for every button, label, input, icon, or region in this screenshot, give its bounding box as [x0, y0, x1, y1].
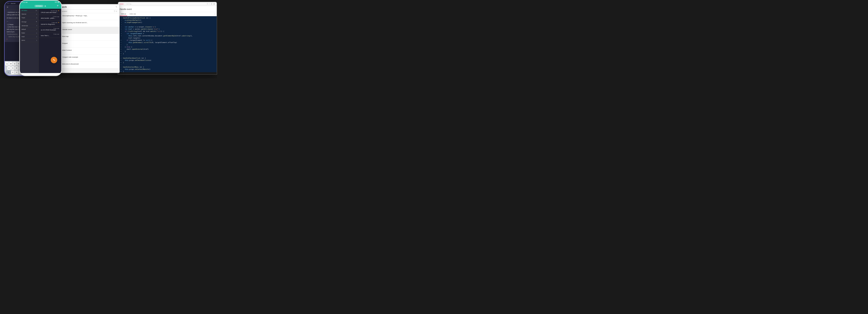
phone2-storage-item[interactable]: Storage + — [20, 20, 38, 24]
tablet-filter-label: Updated — [61, 10, 67, 12]
phone2-all-notes-item[interactable]: All Notes 11 — [20, 9, 38, 12]
note1-title: CRUD build with React ... — [41, 11, 59, 13]
phone2-demo-item[interactable]: demo 1 — [20, 38, 38, 42]
tab-index-styl[interactable]: index.styl — [128, 12, 137, 16]
phone2-notes-list: All Notes 11 Starred 0 Trash 3 Storage +… — [20, 9, 38, 73]
key-s[interactable]: S — [11, 66, 14, 70]
laptop-note-title: Handle event — [120, 8, 132, 10]
phone2-battery: 50% ▮ — [55, 1, 59, 3]
javascript-label: Javascript — [22, 25, 28, 26]
star-icon: ★ — [58, 10, 59, 11]
note2-time: 3m — [59, 24, 117, 25]
phone2-trash-item[interactable]: Trash 3 — [20, 16, 38, 20]
code-line-18: 18 handleCheckboxClick (e) { — [118, 57, 217, 59]
note7-time: 23m — [59, 58, 117, 60]
note4-title: New:zap: — [62, 35, 69, 37]
tablet-note-1[interactable]: </> Description(md) + React.js) + Styl..… — [57, 13, 119, 20]
phone2-search-icon[interactable]: 🔍 — [57, 5, 59, 7]
tablet-note-4[interactable]: ⚡ New:zap: 10m — [57, 34, 119, 41]
react-count: 1 — [36, 36, 37, 37]
note5-time: 3 days ago — [53, 33, 59, 35]
phone2-toggle-icon[interactable]: ⊙ — [44, 5, 46, 7]
laptop-breadcrumb-folder[interactable]: folder — [120, 3, 124, 5]
pencil-fab-icon: ✎ — [53, 58, 55, 62]
key-q[interactable]: Q — [5, 62, 9, 66]
tablet-note-7[interactable]: </> Snippet note example 23m — [57, 55, 119, 61]
trash-label: Trash — [22, 17, 25, 19]
laptop-toolbar: ℹ ☆ ⊞ 🗑 — [207, 3, 215, 5]
phone2-folder-item[interactable]: folder 1 — [20, 31, 38, 35]
note3-time: 3m — [59, 31, 117, 32]
list-icon[interactable]: ☰ — [114, 10, 115, 12]
note5-time: 11m — [59, 44, 117, 46]
tablet-filter-icons: ☰ ⊟ — [114, 10, 117, 12]
code-line-19: 19 this.props.onCheckboxClick(e) — [118, 59, 217, 62]
key-e[interactable]: E — [13, 62, 17, 66]
phone2-note-3[interactable]: 1 days ago★ tutorial for Beginners — [39, 21, 61, 27]
trash-toolbar-icon[interactable]: 🗑 — [213, 3, 215, 5]
tablet-note-8[interactable]: 📄 Welcome to Boostnote! ... — [57, 61, 119, 68]
phone2-default-item[interactable]: default 1 — [20, 28, 38, 31]
key-shift[interactable]: ⇧ — [6, 70, 11, 74]
default-count: 1 — [36, 29, 37, 30]
phone1-close-icon[interactable]: ✕ — [7, 6, 8, 8]
code-line-17: 17 — [118, 55, 217, 57]
phone2-starred-item[interactable]: Starred 0 — [20, 12, 38, 16]
note3-title: tutorial for Beginners — [41, 23, 59, 25]
trash-count: 3 — [36, 17, 37, 19]
folder-label: folder — [22, 32, 25, 34]
key-z[interactable]: Z — [11, 70, 14, 74]
code-line-6: 6 let href = anchor.getAttribute('href') — [118, 28, 217, 30]
phone2: 9:41 AM 50% ▮ ⋯ All Notes ⊙ 🔍 All Notes … — [19, 0, 62, 76]
star-toolbar-icon[interactable]: ☆ — [208, 3, 210, 5]
grid-icon[interactable]: ⊟ — [116, 10, 117, 12]
info-icon[interactable]: ℹ — [207, 3, 208, 5]
demo-count: 1 — [36, 40, 37, 41]
note6-time: 11m — [59, 52, 117, 53]
tablet-note-3[interactable]: </> Handle event 3m — [57, 27, 119, 34]
note3-time: 1 days ago — [52, 22, 57, 23]
key-a[interactable]: A — [7, 66, 11, 70]
tablet-note-6[interactable]: 📄 Intial Content 11m — [57, 48, 119, 55]
javascript-count: 4 — [36, 25, 37, 26]
phone2-more-icon[interactable]: ⋯ — [22, 5, 24, 7]
phone2-note-4[interactable]: 3 days ago ue JS CRUD Example. — [39, 27, 61, 32]
note8-time: ... — [59, 65, 117, 66]
folder-count: 1 — [36, 32, 37, 34]
star-icon-3: ★ — [58, 22, 59, 23]
code-line-22: 22 handleContextMenu (e) { — [118, 66, 217, 68]
phone2-time: 9:41 AM — [22, 2, 28, 3]
code-line-7: 7 if (!isString(href) && href.match(/^\/… — [118, 30, 217, 33]
phone2-notes-column: An hour ago★ CRUD build with React ... 2… — [38, 9, 61, 73]
phone2-react-item[interactable]: react 1 — [20, 35, 38, 38]
laptop-code-editor[interactable]: 1 handlePreviewAnchorClick (e) { 2 e.pre… — [118, 16, 217, 72]
tab-add-icon[interactable]: + — [214, 13, 215, 15]
code-line-16: 16 } — [118, 53, 217, 55]
phone2-javascript-item[interactable]: Javascript 4 — [20, 24, 38, 28]
tablet: Search ✎ ↓ Updated ☰ ⊟ </> Description(m… — [57, 4, 120, 73]
phone2-fab-button[interactable]: ✎ — [51, 57, 57, 63]
phone2-note-1[interactable]: An hour ago★ CRUD build with React ... — [39, 9, 61, 15]
note1-time: 2m — [59, 17, 117, 18]
phone2-note-5[interactable]: 3 days ago here Title h... — [39, 32, 61, 38]
key-w[interactable]: W — [9, 62, 12, 66]
code-line-24: 24 } — [118, 71, 217, 72]
laptop: folder / Add tag... ℹ ☆ ⊞ 🗑 Handle event… — [118, 2, 217, 75]
key-x[interactable]: X — [15, 70, 19, 74]
storage-add-icon[interactable]: + — [36, 21, 37, 23]
laptop-add-tag[interactable]: Add tag... — [126, 3, 132, 5]
react-label: react — [22, 36, 25, 37]
key-d[interactable]: D — [15, 66, 19, 70]
tablet-edit-icon[interactable]: ✎ — [116, 6, 117, 8]
tablet-note-5[interactable]: 📋 Snippet 11m — [57, 41, 119, 48]
tablet-note-2[interactable]: 📄 Open sourcing our Android and iO... 3m — [57, 20, 119, 27]
code-line-2: 2 e.preventDefault() — [118, 19, 217, 22]
note4-time: 10m — [59, 38, 117, 39]
phone2-note-2[interactable]: 2 hours ago ative bundle --platfo... — [39, 15, 61, 21]
starred-count: 0 — [36, 13, 37, 15]
code-line-15: 15 } — [118, 51, 217, 53]
columns-icon[interactable]: ⊞ — [211, 3, 212, 5]
tab-index-js[interactable]: index.js — [120, 12, 127, 16]
code-line-11: 11 this.getWindow().scrollTo(0, targetEl… — [118, 41, 217, 44]
phone2-all-notes-tab[interactable]: All Notes — [34, 5, 43, 7]
